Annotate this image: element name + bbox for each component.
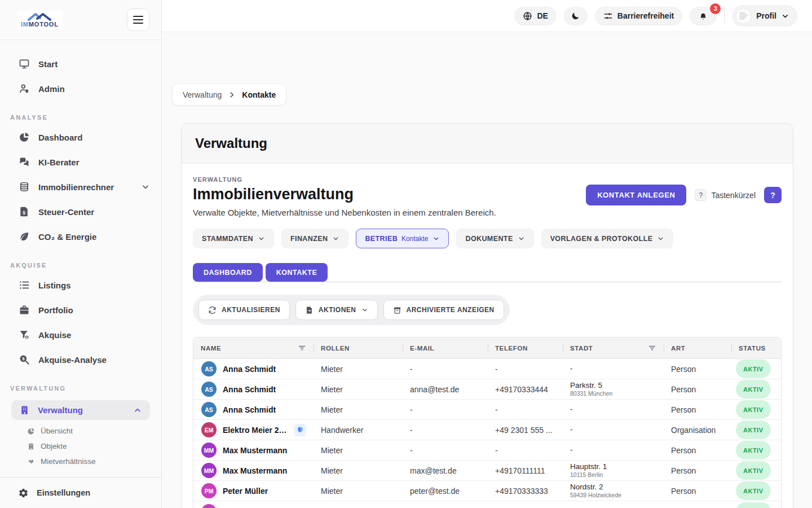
language-button[interactable]: DE [514,7,556,25]
sidebar-item-label: Start [38,59,58,69]
accessibility-button[interactable]: Barrierefreiheit [595,7,682,25]
verified-shield-icon [294,424,306,436]
contact-city-cell: Hauptstr. 1 10115 Berlin [563,462,664,479]
contact-name-cell: AS Anna Schmidt [193,361,314,376]
column-header-stadt[interactable]: STADT [563,338,664,358]
pie-chart-icon [19,132,30,143]
contact-address: - [570,425,573,434]
archived-label: ARCHIVIERTE ANZEIGEN [407,306,495,314]
tab-betrieb[interactable]: BETRIEB Kontakte [356,229,449,248]
table-row[interactable]: PM Peter Müller Mieter peter@test.de +49… [193,481,781,501]
table-row[interactable]: AS Anna Schmidt Mieter - - [193,400,781,420]
tab-dokumente[interactable]: DOKUMENTE [456,229,533,248]
sidebar-item-portfolio[interactable]: Portfolio [0,297,161,322]
coins-icon [19,181,30,192]
table-row[interactable]: EM Elektro Meier 24h Handwerker - +49 23… [193,420,781,440]
table-row[interactable]: MM Max Mustermann Mieter - - [193,440,781,461]
brand-name: IMMOTOOL [21,21,59,28]
contact-address: Hauptstr. 1 10115 Berlin [570,462,607,479]
column-header-telefon[interactable]: TELEFON [488,338,563,358]
contact-street: Nordstr. 2 [570,483,621,492]
sidebar-section-akquise: AKQUISE [0,262,161,269]
contact-role: Mieter [314,446,403,455]
breadcrumb: Verwaltung Kontakte [172,84,286,106]
globe-icon [523,11,532,21]
tab-finanzen[interactable]: FINANZEN [281,229,348,248]
brand-logo[interactable]: IMMOTOOL [17,10,63,29]
sidebar-item-einstellungen[interactable]: Einstellungen [0,477,161,508]
topbar-divider [724,8,725,23]
status-badge: AKTIV [736,400,771,419]
column-header-art[interactable]: ART [664,338,731,358]
contact-phone: - [488,405,563,414]
table-row[interactable]: AS Anna Schmidt Mieter - - [193,359,781,379]
contact-city-cell: - [563,364,664,373]
verwaltung-card: Verwaltung VERWALTUNG Immobilienverwaltu… [181,123,793,508]
roof-logo-icon [28,12,51,21]
sidebar-item-steuer-center[interactable]: $ Steuer-Center [0,199,161,224]
sidebar-item-akquise-analyse[interactable]: $ Akquise-Analyse [0,347,161,372]
sidebar-header: IMMOTOOL [0,0,161,40]
contact-name-cell: AS Anna Schmidt [193,382,314,397]
contact-address: Nordstr. 2 59439 Holzwickede [570,483,621,499]
breadcrumb-parent[interactable]: Verwaltung [183,90,222,99]
sidebar-item-label: Listings [38,281,71,290]
sidebar-item-ki-berater[interactable]: KI-Berater [0,150,161,174]
subtab-kontakte[interactable]: KONTAKTE [266,263,328,282]
column-header-status[interactable]: STATUS [731,338,781,358]
sidebar-item-start[interactable]: Start [0,51,161,76]
sidebar-subitem-objekte[interactable]: Objekte [0,439,161,454]
refresh-button[interactable]: AKTUALISIEREN [198,300,290,320]
contact-role: Mieter [314,405,403,414]
sidebar-subitem-mietverhaeltnisse[interactable]: Mietverhältnisse [0,454,161,469]
menu-toggle-button[interactable] [127,8,149,31]
table-row[interactable]: AS Anna Schmidt Mieter anna@test.de +491… [193,379,781,400]
sidebar-subitem-uebersicht[interactable]: Übersicht [0,423,161,439]
sidebar-item-dashboard[interactable]: Dashboard [0,125,161,150]
show-archived-button[interactable]: ARCHIVIERTE ANZEIGEN [383,300,504,320]
sidebar-item-akquise[interactable]: $ Akquise [0,322,161,347]
sidebar-item-listings[interactable]: Listings [0,273,161,297]
sidebar-item-co2-energie[interactable]: CO₂ & Energie [0,224,161,249]
contact-street: - [570,364,573,373]
actions-button[interactable]: AKTIONEN [295,300,378,320]
main-area: DE Barrierefreiheit 3 Profil [162,0,812,508]
table-toolbar: AKTUALISIEREN AKTIONEN ARCHIVIERTE ANZEI… [193,295,510,325]
avatar: AS [201,402,217,417]
contact-address: - [570,364,573,373]
tune-sliders-icon [603,11,613,21]
column-header-email[interactable]: E-MAIL [403,338,488,358]
tab-stammdaten[interactable]: STAMMDATEN [193,229,274,248]
contact-city-cell: Parkstr. 5 80331 München [563,381,664,397]
contact-name-cell: PM Peter Müller [193,483,314,498]
status-badge: AKTIV [736,461,771,480]
contacts-table-body: AS Anna Schmidt Mieter - - [193,359,781,508]
breadcrumb-current: Kontakte [242,90,276,99]
sidebar-subitem-label: Mietverhältnisse [41,457,96,466]
sidebar-item-admin[interactable]: Admin [0,76,161,101]
monitor-icon [19,58,30,69]
column-header-rollen[interactable]: ROLLEN [314,338,403,358]
table-header-row: NAME ROLLEN E-MAIL TELEFON STADT ART [193,338,781,359]
page-title: Immobilienverwaltung [193,186,496,203]
contact-status-cell: AKTIV [731,421,781,439]
sidebar-item-label: Dashboard [38,133,82,142]
column-header-name[interactable]: NAME [193,338,314,358]
sidebar-item-verwaltung[interactable]: Verwaltung [11,400,150,420]
chevron-down-icon [332,235,339,242]
table-row[interactable]: PM Peter Müller Mieter - - [193,501,781,508]
filter-icon[interactable] [298,344,306,352]
contact-street: - [570,425,573,434]
subtab-dashboard[interactable]: DASHBOARD [193,263,263,282]
filter-icon[interactable] [648,344,656,352]
tab-label: FINANZEN [290,235,328,243]
profile-button[interactable]: Profil [732,5,797,27]
sidebar-item-immobilienrechner[interactable]: Immobilienrechner [0,174,161,199]
create-contact-button[interactable]: KONTAKT ANLEGEN [586,185,686,205]
sidebar-item-label: Admin [38,84,65,94]
contact-status-cell: AKTIV [731,400,781,419]
theme-toggle-button[interactable] [564,7,588,25]
table-row[interactable]: MM Max Mustermann Mieter max@test.de +49… [193,461,781,481]
help-button[interactable]: ? [764,187,782,203]
tab-vorlagen-protokolle[interactable]: VORLAGEN & PROTOKOLLE [541,229,674,248]
